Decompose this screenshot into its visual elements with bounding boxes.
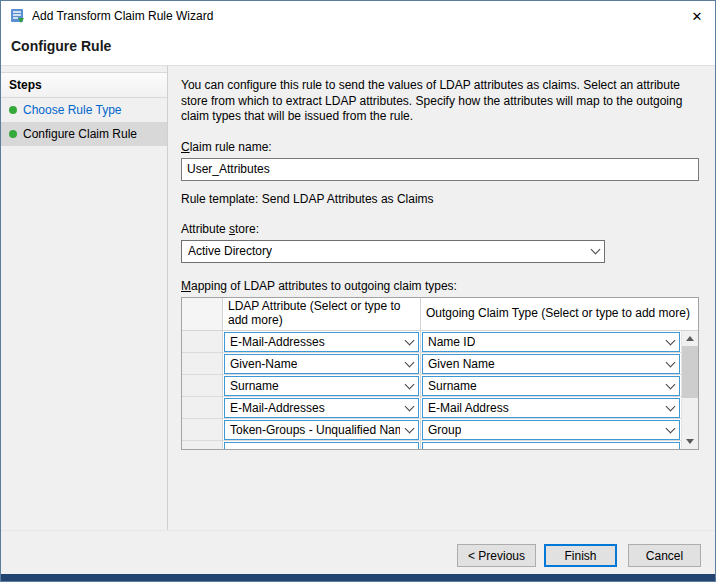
- mapping-label: Mapping of LDAP attributes to outgoing c…: [181, 279, 699, 293]
- row-header[interactable]: [182, 441, 223, 449]
- row-header[interactable]: [182, 397, 223, 418]
- cancel-button[interactable]: Cancel: [628, 544, 701, 567]
- row-header[interactable]: [182, 353, 223, 374]
- outgoing-claim-type-select[interactable]: Name ID: [422, 332, 680, 352]
- step-label: Choose Rule Type: [23, 103, 122, 117]
- page-title: Configure Rule: [11, 38, 715, 54]
- chevron-down-icon: [661, 399, 679, 417]
- outgoing-claim-type-select[interactable]: Given Name: [422, 354, 680, 374]
- ldap-attribute-select[interactable]: Given-Name: [224, 354, 419, 374]
- scroll-up-icon: [686, 336, 694, 341]
- chevron-down-icon: [661, 443, 679, 449]
- combo-value: Name ID: [428, 335, 475, 349]
- ldap-attribute-select[interactable]: [224, 442, 419, 449]
- label-text-post: laim rule name:: [190, 140, 272, 154]
- column-header-outgoing-claim-type[interactable]: Outgoing Claim Type (Select or type to a…: [421, 298, 698, 331]
- titlebar: Add Transform Claim Rule Wizard ✕: [1, 1, 715, 31]
- chevron-down-icon: [661, 355, 679, 373]
- outgoing-claim-cell: E-Mail Address: [421, 397, 681, 418]
- chevron-down-icon: [661, 377, 679, 395]
- attribute-store-select[interactable]: Active Directory: [181, 240, 605, 263]
- outgoing-claim-cell: Surname: [421, 375, 681, 396]
- main-content: You can configure this rule to send the …: [168, 66, 715, 530]
- claim-rule-name-label: Claim rule name:: [181, 140, 699, 154]
- label-text-post: apping of LDAP attributes to outgoing cl…: [191, 279, 457, 293]
- chevron-down-icon: [400, 333, 418, 351]
- sidebar-item-configure-claim-rule[interactable]: Configure Claim Rule: [1, 122, 167, 146]
- label-text-pre: Attribute: [181, 222, 229, 236]
- ldap-attribute-cell: Token-Groups - Unqualified Names: [223, 419, 421, 440]
- attribute-store-label: Attribute store:: [181, 222, 699, 236]
- combo-value: E-Mail Address: [428, 401, 509, 415]
- table-row: E-Mail-Addresses Name ID: [182, 331, 681, 353]
- outgoing-claim-type-select[interactable]: Surname: [422, 376, 680, 396]
- combo-value: Surname: [230, 379, 279, 393]
- finish-button[interactable]: Finish: [544, 544, 617, 567]
- combo-value: Token-Groups - Unqualified Names: [230, 423, 400, 437]
- ldap-attribute-select[interactable]: E-Mail-Addresses: [224, 398, 419, 418]
- combo-value: E-Mail-Addresses: [230, 335, 325, 349]
- scrollbar-thumb[interactable]: [682, 346, 698, 398]
- grid-corner-cell: [182, 298, 223, 331]
- ldap-attribute-cell: E-Mail-Addresses: [223, 397, 421, 418]
- table-row: Given-Name Given Name: [182, 353, 681, 375]
- steps-panel: Steps Choose Rule Type Configure Claim R…: [1, 66, 168, 530]
- table-row: E-Mail-Addresses E-Mail Address: [182, 397, 681, 419]
- outgoing-claim-type-select[interactable]: [422, 442, 680, 449]
- row-header[interactable]: [182, 375, 223, 396]
- scroll-down-icon: [686, 439, 694, 444]
- chevron-down-icon: [400, 399, 418, 417]
- combo-value: Given-Name: [230, 357, 297, 371]
- window-title: Add Transform Claim Rule Wizard: [32, 9, 213, 23]
- ldap-attribute-select[interactable]: Token-Groups - Unqualified Names: [224, 420, 419, 440]
- steps-title: Steps: [1, 72, 167, 98]
- ldap-attribute-select[interactable]: Surname: [224, 376, 419, 396]
- chevron-down-icon: [400, 355, 418, 373]
- chevron-down-icon: [586, 241, 604, 262]
- rule-template-text: Rule template: Send LDAP Attributes as C…: [181, 192, 699, 206]
- attribute-store-value: Active Directory: [188, 244, 272, 258]
- footer: < Previous Finish Cancel: [1, 530, 715, 574]
- outgoing-claim-type-select[interactable]: Group: [422, 420, 680, 440]
- row-header[interactable]: [182, 419, 223, 440]
- wizard-body: Steps Choose Rule Type Configure Claim R…: [1, 66, 715, 530]
- grid-rows-area: E-Mail-Addresses Name ID: [182, 331, 681, 449]
- table-row: Token-Groups - Unqualified Names Group: [182, 419, 681, 441]
- wizard-icon: [9, 8, 25, 24]
- combo-value: E-Mail-Addresses: [230, 401, 325, 415]
- claim-rule-name-input[interactable]: [181, 158, 699, 181]
- scroll-up-button[interactable]: [682, 331, 698, 346]
- ldap-attribute-select[interactable]: E-Mail-Addresses: [224, 332, 419, 352]
- scroll-down-button[interactable]: [682, 434, 698, 449]
- outgoing-claim-cell: Name ID: [421, 331, 681, 352]
- grid-header-row: LDAP Attribute (Select or type to add mo…: [182, 298, 698, 331]
- close-icon[interactable]: ✕: [679, 1, 715, 31]
- outgoing-claim-type-select[interactable]: E-Mail Address: [422, 398, 680, 418]
- combo-value: Group: [428, 423, 461, 437]
- ldap-attribute-cell: Surname: [223, 375, 421, 396]
- wizard-window: Add Transform Claim Rule Wizard ✕ Config…: [0, 0, 716, 582]
- chevron-down-icon: [400, 443, 418, 449]
- row-header[interactable]: [182, 331, 223, 352]
- outgoing-claim-cell: [421, 441, 681, 449]
- combo-value: Given Name: [428, 357, 495, 371]
- ldap-attribute-cell: Given-Name: [223, 353, 421, 374]
- bottom-edge-strip: [1, 574, 715, 581]
- chevron-down-icon: [661, 333, 679, 351]
- chevron-down-icon: [661, 421, 679, 439]
- previous-button[interactable]: < Previous: [457, 544, 536, 567]
- table-row-partial: [182, 441, 681, 449]
- combo-value: Surname: [428, 379, 477, 393]
- grid-scrollbar[interactable]: [681, 331, 698, 449]
- step-bullet-icon: [9, 106, 17, 114]
- outgoing-claim-cell: Given Name: [421, 353, 681, 374]
- step-bullet-icon: [9, 130, 17, 138]
- label-accesskey: C: [181, 140, 190, 154]
- page-header: Configure Rule: [1, 31, 715, 66]
- label-text-post: tore:: [235, 222, 259, 236]
- ldap-attribute-cell: E-Mail-Addresses: [223, 331, 421, 352]
- table-row: Surname Surname: [182, 375, 681, 397]
- outgoing-claim-cell: Group: [421, 419, 681, 440]
- column-header-ldap-attribute[interactable]: LDAP Attribute (Select or type to add mo…: [223, 298, 421, 331]
- sidebar-item-choose-rule-type[interactable]: Choose Rule Type: [1, 98, 167, 122]
